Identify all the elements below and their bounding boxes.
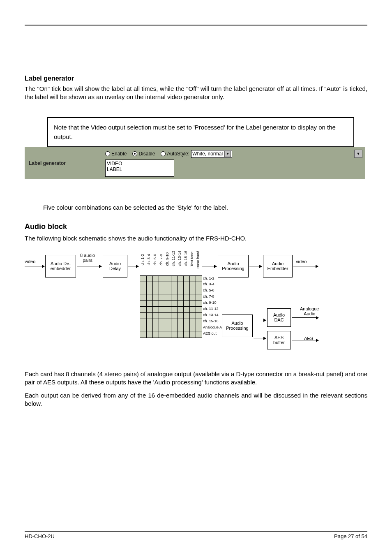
paragraph-4: Each card has 8 channels (4 stereo pairs… bbox=[25, 370, 367, 387]
routing-matrix bbox=[140, 275, 202, 338]
radio-auto[interactable]: Auto bbox=[161, 151, 177, 157]
arrow-icon bbox=[254, 320, 266, 320]
footer-left: HD-CHO-2U bbox=[25, 533, 55, 539]
arrow-icon bbox=[25, 266, 44, 266]
page-footer: HD-CHO-2U Page 27 of 54 bbox=[25, 531, 367, 539]
matrix-col-9: Base band bbox=[196, 251, 200, 268]
matrix-col-5: ch. 11-12 bbox=[171, 251, 175, 266]
style-select-value: White, normal bbox=[192, 151, 223, 157]
matrix-row-7: ch. 15-16 bbox=[203, 319, 219, 323]
block-deembedder: Audio De- embedder bbox=[45, 255, 76, 278]
block-audio-delay: Audio Delay bbox=[103, 255, 127, 278]
matrix-col-2: ch. 5-6 bbox=[153, 254, 157, 266]
label-generator-panel: Label generator Enable Disable Auto Styl… bbox=[25, 147, 365, 179]
arrow-icon bbox=[249, 266, 262, 266]
arrow-icon bbox=[292, 317, 318, 318]
block-audio-embedder: Audio Embedder bbox=[263, 255, 293, 278]
arrow-icon bbox=[202, 266, 217, 266]
video-out-label: video bbox=[296, 259, 307, 264]
label-text-input[interactable]: VIDEO LABEL bbox=[105, 160, 174, 177]
radio-disable[interactable]: Disable bbox=[132, 151, 155, 157]
matrix-row-2: ch. 5-6 bbox=[203, 288, 214, 292]
matrix-col-0: ch. 1-2 bbox=[141, 254, 145, 266]
radio-enable-label: Enable bbox=[111, 151, 127, 157]
arrow-icon bbox=[128, 266, 138, 266]
matrix-row-1: ch. 3-4 bbox=[203, 282, 214, 286]
matrix-row-3: ch. 7-8 bbox=[203, 294, 214, 298]
note-box: Note that the Video output selection mus… bbox=[47, 117, 354, 147]
label-generator-caption: Label generator bbox=[25, 147, 103, 179]
arrow-icon bbox=[293, 266, 318, 266]
video-in-label: video bbox=[25, 259, 35, 264]
label-mode-radio-group: Enable Disable Auto bbox=[105, 151, 177, 157]
matrix-col-7: ch. 15-16 bbox=[184, 251, 188, 266]
matrix-col-8: Test tone bbox=[190, 252, 194, 267]
footer-right: Page 27 of 54 bbox=[334, 533, 367, 539]
paragraph-3: The following block schematic shows the … bbox=[25, 234, 367, 243]
block-aes-buffer: AES buffer bbox=[267, 331, 291, 349]
chevron-down-icon: ▼ bbox=[224, 151, 231, 157]
top-rule bbox=[25, 25, 367, 25]
matrix-row-9: AES out bbox=[203, 331, 217, 335]
matrix-col-1: ch. 3-4 bbox=[147, 254, 151, 266]
matrix-row-5: ch. 11-12 bbox=[203, 307, 219, 311]
section-title: Label generator bbox=[25, 75, 367, 82]
radio-auto-label: Auto bbox=[167, 151, 177, 157]
paragraph-2: Five colour combinations can be selected… bbox=[43, 204, 367, 211]
block-audio-processing-top: Audio Processing bbox=[218, 255, 249, 278]
matrix-row-4: ch. 9-10 bbox=[203, 301, 217, 305]
matrix-col-4: ch. 9-10 bbox=[165, 252, 169, 266]
paragraph-1: The "On" tick box will show the label at… bbox=[25, 85, 367, 101]
matrix-row-6: ch. 13-14 bbox=[203, 313, 219, 317]
style-select[interactable]: White, normal ▼ bbox=[191, 150, 232, 158]
matrix-row-0: ch. 1-2 bbox=[203, 276, 214, 280]
analogue-out-label: Analogue Audio bbox=[300, 306, 319, 316]
note-text: Note that the Video output selection mus… bbox=[54, 124, 336, 140]
arrow-icon bbox=[77, 266, 101, 266]
audio-block-heading: Audio block bbox=[25, 222, 367, 231]
block-audio-dac: Audio DAC bbox=[267, 308, 291, 327]
matrix-col-6: ch. 13-14 bbox=[178, 251, 182, 266]
audio-block-diagram: video Audio De- embedder 8 audio pairs A… bbox=[25, 247, 337, 362]
style-label: Style: bbox=[177, 151, 189, 157]
radio-enable[interactable]: Enable bbox=[105, 151, 127, 157]
paragraph-5: Each output can be derived from any of t… bbox=[25, 391, 367, 408]
arrow-icon bbox=[254, 338, 266, 338]
panel-dropdown-icon[interactable]: ▼ bbox=[354, 150, 362, 158]
aes-out-label: AES bbox=[304, 336, 313, 341]
block-audio-processing-bottom: Audio Processing bbox=[222, 314, 253, 337]
radio-disable-label: Disable bbox=[138, 151, 155, 157]
matrix-col-3: ch. 7-8 bbox=[159, 254, 163, 266]
pairs-label: 8 audio pairs bbox=[80, 253, 95, 263]
